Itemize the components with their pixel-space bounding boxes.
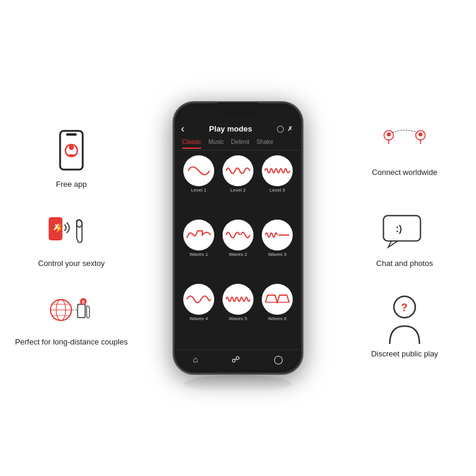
- bluetooth-icon: ✗: [287, 125, 293, 133]
- svg-point-3: [69, 145, 74, 150]
- discreet-label: Discreet public play: [371, 349, 439, 359]
- wave-waves6: [264, 289, 290, 309]
- svg-text::): :): [396, 223, 402, 233]
- grid-item-level3[interactable]: Level 3: [259, 155, 295, 216]
- grid-item-waves2[interactable]: Waves 2: [220, 220, 256, 280]
- nav-home-icon[interactable]: ⌂: [193, 355, 198, 364]
- phone-vol-up-button: [173, 150, 174, 168]
- phone-reflection: [184, 375, 292, 393]
- user-icon: ◯: [277, 125, 284, 133]
- tab-shake[interactable]: Shake: [256, 139, 273, 149]
- grid-circle-waves5: [223, 284, 253, 315]
- screen-grid: Level 1 Level 2: [176, 151, 300, 349]
- screen-inner: ‹ Play modes ◯ ✗ Classic Music Delimit S…: [176, 107, 300, 369]
- grid-label-waves6: Waves 6: [268, 316, 287, 321]
- tab-classic[interactable]: Classic: [182, 139, 201, 149]
- wave-waves3: [264, 225, 290, 245]
- phone-screen: ‹ Play modes ◯ ✗ Classic Music Delimit S…: [176, 107, 300, 369]
- right-features-panel: Connect worldwide :) Chat and photos: [345, 0, 464, 476]
- svg-text:B: B: [82, 299, 85, 305]
- grid-item-waves6[interactable]: Waves 6: [259, 284, 295, 345]
- page: Free app ✗ ⚡ Control your s: [0, 0, 476, 476]
- connect-icon-area: [381, 117, 428, 164]
- grid-circle-waves1: [183, 220, 214, 250]
- grid-item-level2[interactable]: Level 2: [220, 155, 256, 216]
- grid-label-waves5: Waves 5: [229, 316, 248, 321]
- feature-free-app: Free app: [12, 129, 131, 190]
- wave-waves4: [186, 289, 212, 309]
- phone-power-button: [302, 162, 303, 192]
- grid-item-waves4[interactable]: Waves 4: [181, 284, 217, 345]
- grid-item-waves3[interactable]: Waves 3: [259, 220, 295, 280]
- wave-level3: [264, 161, 290, 181]
- globe-phone-icon: B: [48, 286, 95, 334]
- chat-icon-area: :): [381, 208, 428, 255]
- grid-circle-level1: [183, 155, 214, 186]
- svg-rect-0: [60, 131, 83, 170]
- grid-circle-waves3: [262, 220, 293, 250]
- tab-music[interactable]: Music: [208, 139, 224, 149]
- grid-item-waves1[interactable]: Waves 1: [181, 220, 217, 280]
- nav-profile-icon[interactable]: ◯: [274, 355, 283, 364]
- bluetooth-control-icon: ✗ ⚡: [48, 211, 95, 252]
- control-icon-area: ✗ ⚡: [48, 208, 95, 255]
- grid-circle-level3: [262, 155, 293, 186]
- svg-point-23: [418, 132, 422, 136]
- feature-long-distance: B Perfect for long-distance couples: [12, 286, 131, 347]
- screen-title: Play modes: [184, 124, 277, 133]
- map-pin-connect-icon: [381, 120, 428, 161]
- phone-device: ‹ Play modes ◯ ✗ Classic Music Delimit S…: [173, 101, 303, 375]
- screen-tabs: Classic Music Delimit Shake: [176, 137, 300, 151]
- nav-chat-icon[interactable]: ☍: [231, 355, 240, 364]
- connect-label: Connect worldwide: [372, 168, 437, 178]
- chat-label: Chat and photos: [376, 259, 433, 269]
- phone-vol-down-button: [173, 174, 174, 198]
- grid-label-level2: Level 2: [230, 187, 246, 193]
- grid-label-waves1: Waves 1: [190, 252, 208, 257]
- svg-text:⚡: ⚡: [54, 224, 64, 233]
- wave-level1: [186, 161, 212, 181]
- phone-icon: [55, 130, 88, 174]
- long-distance-label: Perfect for long-distance couples: [15, 337, 127, 347]
- control-label: Control your sextoy: [38, 259, 105, 269]
- screen-bottom-nav: ⌂ ☍ ◯: [176, 349, 300, 369]
- grid-label-waves3: Waves 3: [268, 252, 287, 257]
- grid-circle-waves4: [183, 284, 214, 315]
- grid-label-level1: Level 1: [191, 187, 206, 193]
- phone-notch: [217, 102, 259, 115]
- grid-item-waves5[interactable]: Waves 5: [220, 284, 256, 345]
- grid-circle-waves2: [223, 220, 253, 250]
- left-features-panel: Free app ✗ ⚡ Control your s: [12, 0, 131, 476]
- person-discreet-icon: ?: [381, 295, 428, 349]
- chat-icon: :): [381, 211, 428, 252]
- svg-point-7: [77, 220, 82, 227]
- free-app-label: Free app: [56, 180, 87, 190]
- wave-waves2: [225, 225, 251, 245]
- feature-chat: :) Chat and photos: [345, 208, 464, 269]
- wave-waves5: [225, 289, 251, 309]
- svg-text:?: ?: [401, 302, 408, 314]
- grid-item-level1[interactable]: Level 1: [181, 155, 217, 216]
- grid-circle-waves6: [262, 284, 293, 315]
- wave-level2: [225, 161, 251, 181]
- svg-rect-1: [66, 133, 77, 136]
- feature-control: ✗ ⚡ Control your sextoy: [12, 208, 131, 269]
- grid-label-waves4: Waves 4: [190, 316, 208, 321]
- wave-waves1: [186, 225, 212, 245]
- long-distance-icon-area: B: [48, 286, 95, 334]
- tab-delimit[interactable]: Delimit: [231, 139, 249, 149]
- header-icons: ◯ ✗: [277, 125, 293, 133]
- free-app-icon-area: [48, 129, 95, 176]
- feature-connect: Connect worldwide: [345, 117, 464, 178]
- svg-rect-14: [77, 305, 85, 318]
- grid-label-level3: Level 3: [270, 187, 285, 193]
- feature-discreet: ? Discreet public play: [345, 298, 464, 359]
- phone-wrapper: ‹ Play modes ◯ ✗ Classic Music Delimit S…: [173, 101, 303, 375]
- grid-circle-level2: [223, 155, 253, 186]
- screen-header: ‹ Play modes ◯ ✗: [176, 120, 300, 137]
- discreet-icon-area: ?: [381, 298, 428, 346]
- grid-label-waves2: Waves 2: [229, 252, 248, 257]
